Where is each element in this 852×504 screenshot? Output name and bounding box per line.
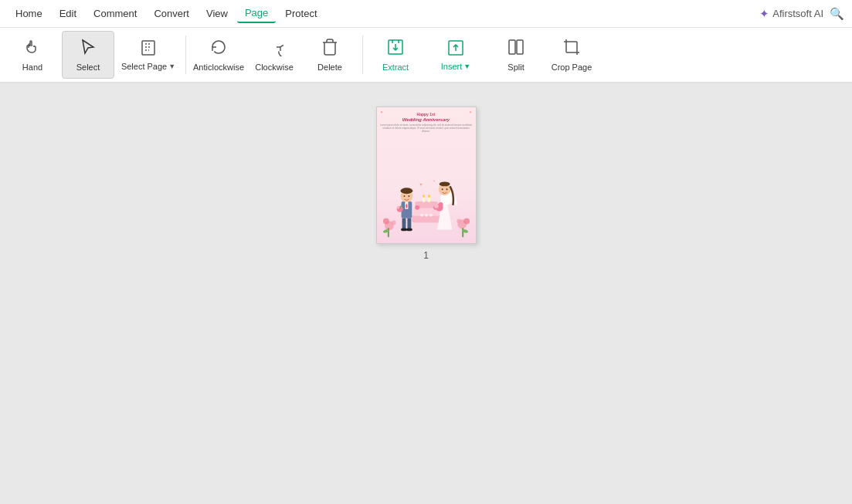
ai-label: Afirstsoft AI bbox=[772, 8, 823, 19]
svg-point-20 bbox=[427, 194, 429, 198]
menu-protect[interactable]: Protect bbox=[277, 5, 324, 22]
svg-text:♥: ♥ bbox=[433, 179, 435, 183]
ai-button[interactable]: ✦ Afirstsoft AI bbox=[759, 7, 823, 21]
anticlockwise-icon bbox=[209, 38, 228, 59]
svg-point-29 bbox=[408, 195, 409, 197]
menu-view[interactable]: View bbox=[199, 5, 236, 22]
svg-point-47 bbox=[457, 219, 461, 224]
svg-point-28 bbox=[403, 195, 405, 197]
heart-deco-right: ♥ bbox=[470, 110, 472, 114]
crop-page-label: Crop Page bbox=[552, 63, 592, 72]
card-illustration: ♥ ♥ ♥ bbox=[380, 134, 473, 240]
extract-icon bbox=[386, 38, 405, 59]
heart-deco-left: ♥ bbox=[381, 110, 383, 114]
hand-icon bbox=[23, 38, 42, 59]
toolbar: Hand Select Select Page ▼ bbox=[0, 28, 852, 83]
menu-comment[interactable]: Comment bbox=[86, 5, 144, 22]
menu-home[interactable]: Home bbox=[8, 5, 50, 22]
delete-button[interactable]: Delete bbox=[304, 31, 356, 79]
svg-point-41 bbox=[446, 188, 447, 190]
svg-rect-0 bbox=[142, 41, 154, 55]
hand-label: Hand bbox=[22, 63, 42, 72]
svg-point-33 bbox=[406, 228, 412, 231]
svg-point-21 bbox=[415, 205, 419, 210]
clockwise-icon bbox=[265, 38, 283, 59]
svg-point-19 bbox=[423, 194, 425, 198]
svg-point-16 bbox=[429, 214, 432, 217]
anticlockwise-label: Anticlockwise bbox=[193, 63, 244, 72]
page-number: 1 bbox=[423, 250, 429, 261]
menu-convert[interactable]: Convert bbox=[146, 5, 197, 22]
insert-arrow: ▼ bbox=[463, 63, 470, 70]
svg-point-32 bbox=[401, 228, 407, 231]
card-background: ♥ ♥ Happy 1st Wedding Anniversary Lorem … bbox=[377, 107, 476, 243]
menu-page[interactable]: Page bbox=[237, 4, 276, 23]
divider-1 bbox=[185, 36, 186, 74]
crop-page-button[interactable]: Crop Page bbox=[545, 31, 598, 79]
svg-point-14 bbox=[420, 214, 423, 217]
svg-point-7 bbox=[382, 218, 389, 225]
select-page-arrow: ▼ bbox=[168, 63, 175, 70]
hand-button[interactable]: Hand bbox=[6, 31, 59, 79]
svg-point-43 bbox=[433, 204, 438, 208]
select-label: Select bbox=[76, 63, 100, 72]
extract-label: Extract bbox=[382, 63, 409, 72]
select-icon bbox=[79, 38, 97, 59]
svg-point-44 bbox=[438, 202, 443, 207]
svg-point-15 bbox=[425, 214, 428, 217]
svg-rect-31 bbox=[407, 218, 411, 230]
insert-label-row: Insert ▼ bbox=[441, 62, 470, 71]
select-button[interactable]: Select bbox=[62, 31, 114, 79]
extract-button[interactable]: Extract bbox=[369, 31, 422, 79]
svg-point-39 bbox=[439, 181, 450, 186]
insert-icon bbox=[446, 39, 465, 59]
split-label: Split bbox=[507, 63, 524, 72]
page-container: ♥ ♥ Happy 1st Wedding Anniversary Lorem … bbox=[376, 107, 477, 261]
svg-point-8 bbox=[391, 221, 395, 225]
svg-rect-4 bbox=[517, 40, 523, 54]
clockwise-button[interactable]: Clockwise bbox=[248, 31, 300, 79]
split-button[interactable]: Split bbox=[490, 31, 542, 79]
anticlockwise-button[interactable]: Anticlockwise bbox=[192, 31, 245, 79]
select-page-label: Select Page bbox=[121, 62, 167, 71]
svg-point-35 bbox=[396, 206, 399, 209]
svg-rect-3 bbox=[509, 40, 515, 54]
delete-label: Delete bbox=[317, 63, 342, 72]
card-text: Lorem ipsum dolor sit amet, consectetur … bbox=[380, 123, 473, 134]
clockwise-label: Clockwise bbox=[255, 63, 294, 72]
select-page-button[interactable]: Select Page ▼ bbox=[117, 31, 179, 79]
ai-icon: ✦ bbox=[759, 7, 769, 21]
menu-edit[interactable]: Edit bbox=[52, 5, 84, 22]
search-icon[interactable]: 🔍 bbox=[830, 7, 844, 21]
svg-point-46 bbox=[463, 218, 470, 225]
svg-rect-30 bbox=[402, 218, 406, 230]
menubar: Home Edit Comment Convert View Page Prot… bbox=[0, 0, 852, 28]
select-page-icon bbox=[139, 39, 158, 59]
split-icon bbox=[507, 38, 525, 59]
menubar-right: ✦ Afirstsoft AI 🔍 bbox=[759, 7, 844, 21]
svg-rect-5 bbox=[566, 42, 577, 52]
canvas-area: ♥ ♥ Happy 1st Wedding Anniversary Lorem … bbox=[0, 83, 852, 504]
svg-text:♥: ♥ bbox=[419, 182, 423, 187]
divider-2 bbox=[362, 36, 363, 74]
select-page-label-row: Select Page ▼ bbox=[121, 62, 175, 71]
insert-button[interactable]: Insert ▼ bbox=[425, 31, 487, 79]
card-subtitle: Wedding Anniversary bbox=[402, 117, 450, 122]
pdf-page[interactable]: ♥ ♥ Happy 1st Wedding Anniversary Lorem … bbox=[376, 107, 477, 244]
insert-label: Insert bbox=[441, 62, 463, 71]
svg-point-40 bbox=[441, 188, 443, 190]
crop-page-icon bbox=[562, 38, 581, 59]
delete-icon bbox=[321, 38, 339, 59]
